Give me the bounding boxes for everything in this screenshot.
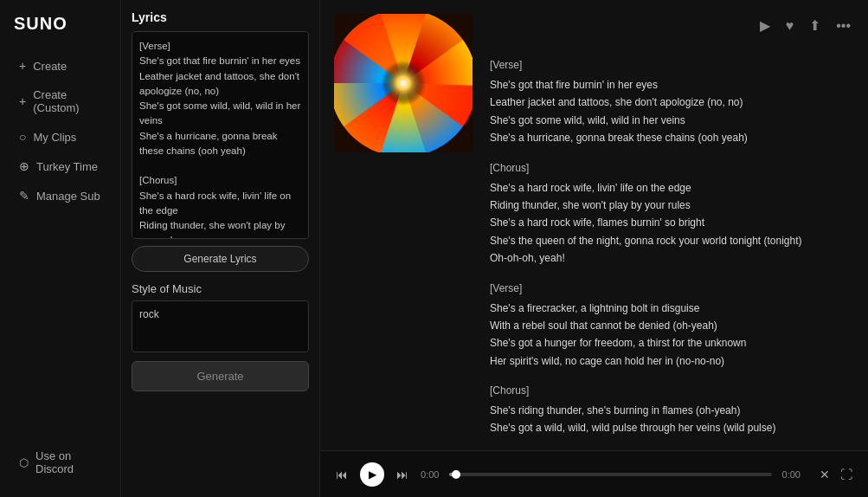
sidebar-item-label: Create (Custom) xyxy=(33,88,101,114)
sidebar-item-manage-sub[interactable]: ✎ Manage Sub xyxy=(5,182,115,210)
lyrics-line: She's the queen of the night, gonna rock… xyxy=(490,232,851,249)
clips-icon: ○ xyxy=(19,130,26,144)
plus-custom-icon: + xyxy=(19,94,26,108)
lyrics-line: She's a hard rock wife, livin' life on t… xyxy=(490,179,851,197)
song-right-column: ▶ ♥ ⬆ ••• [Verse]She's got that fire bur… xyxy=(490,14,854,436)
sidebar: SUNO + Create + Create (Custom) ○ My Cli… xyxy=(0,0,121,497)
song-left-column xyxy=(334,14,473,436)
skip-back-button[interactable]: ⏮ xyxy=(334,466,350,483)
discord-icon: ⬡ xyxy=(19,456,29,469)
lyrics-line: She's got some wild, wild, wild in her v… xyxy=(490,112,851,129)
lyrics-line: She's got a hunger for freedom, a thirst… xyxy=(490,334,851,352)
style-label: Style of Music xyxy=(132,282,309,295)
app-logo: SUNO xyxy=(0,14,120,51)
lyrics-line: With a rebel soul that cannot be denied … xyxy=(490,317,851,334)
heart-button[interactable]: ♥ xyxy=(782,14,798,37)
sidebar-item-create-custom[interactable]: + Create (Custom) xyxy=(5,81,115,121)
lyrics-section: [Verse]She's a firecracker, a lightning … xyxy=(490,280,851,371)
style-input[interactable]: rock xyxy=(132,300,309,352)
lyrics-line: She's a firecracker, a lightning bolt in… xyxy=(490,300,851,317)
lyrics-line: Leather jacket and tattoos, she don't ap… xyxy=(490,94,851,111)
lyrics-textarea[interactable]: [Verse] She's got that fire burnin' in h… xyxy=(132,31,309,239)
lyrics-line: She's got a wild, wild, wild pulse throu… xyxy=(490,419,851,436)
lyrics-editor-panel: Lyrics [Verse] She's got that fire burni… xyxy=(121,0,320,497)
action-buttons: ▶ ♥ ⬆ ••• xyxy=(490,14,854,37)
mute-button[interactable]: ✕ xyxy=(818,466,832,483)
progress-dot xyxy=(452,470,460,479)
current-time: 0:00 xyxy=(421,469,439,480)
expand-button[interactable]: ⛶ xyxy=(839,466,854,483)
skip-forward-button[interactable]: ⏭ xyxy=(395,466,410,483)
discord-label: Use on Discord xyxy=(35,449,101,475)
lyrics-line: Her spirit's wild, no cage can hold her … xyxy=(490,352,851,370)
progress-bar[interactable] xyxy=(449,473,771,476)
album-art-canvas xyxy=(334,14,473,152)
more-options-button[interactable]: ••• xyxy=(833,14,854,37)
lyrics-line: She's a hurricane, gonna break these cha… xyxy=(490,129,851,146)
song-content: ▶ ♥ ⬆ ••• [Verse]She's got that fire bur… xyxy=(320,0,868,450)
generate-button[interactable]: Generate xyxy=(132,361,309,391)
sidebar-item-label: Turkey Time xyxy=(36,160,98,173)
generate-lyrics-button[interactable]: Generate Lyrics xyxy=(132,246,309,272)
sidebar-item-turkey-time[interactable]: ⊕ Turkey Time xyxy=(5,152,115,180)
lyrics-line: She's a hard rock wife, flames burnin' s… xyxy=(490,214,851,231)
turkey-icon: ⊕ xyxy=(19,159,29,173)
sidebar-item-discord[interactable]: ⬡ Use on Discord xyxy=(5,442,115,482)
sidebar-item-label: My Clips xyxy=(33,131,76,144)
sidebar-item-create[interactable]: + Create xyxy=(5,52,115,80)
full-lyrics-text: [Verse]She's got that fire burnin' in he… xyxy=(490,56,851,436)
edit-icon: ✎ xyxy=(19,189,29,203)
lyrics-line: She's got that fire burnin' in her eyes xyxy=(490,76,851,94)
share-button[interactable]: ⬆ xyxy=(806,14,824,37)
player-right-controls: ✕ ⛶ xyxy=(818,466,854,483)
play-action-button[interactable]: ▶ xyxy=(756,14,774,37)
album-art xyxy=(334,14,473,152)
play-pause-button[interactable]: ▶ xyxy=(360,462,384,487)
sidebar-bottom: ⬡ Use on Discord xyxy=(0,442,120,483)
song-display-panel: ▶ ♥ ⬆ ••• [Verse]She's got that fire bur… xyxy=(320,0,868,497)
lyrics-line: She's riding thunder, she's burning in f… xyxy=(490,402,851,419)
lyrics-line: Oh-oh-oh, yeah! xyxy=(490,249,851,267)
lyrics-panel-title: Lyrics xyxy=(132,10,309,24)
lyrics-line: Riding thunder, she won't play by your r… xyxy=(490,197,851,214)
plus-icon: + xyxy=(19,59,26,73)
full-lyrics-panel: [Verse]She's got that fire burnin' in he… xyxy=(490,48,854,436)
lyrics-section: [Verse]She's got that fire burnin' in he… xyxy=(490,56,851,147)
sidebar-item-label: Create xyxy=(33,60,67,73)
player-bar: ⏮ ▶ ⏭ 0:00 0:00 ✕ ⛶ xyxy=(320,450,868,497)
main-content: Lyrics [Verse] She's got that fire burni… xyxy=(121,0,868,497)
total-time: 0:00 xyxy=(782,469,800,480)
lyrics-section: [Chorus]She's a hard rock wife, livin' l… xyxy=(490,159,851,268)
lyrics-section: [Chorus]She's riding thunder, she's burn… xyxy=(490,382,851,436)
sidebar-item-my-clips[interactable]: ○ My Clips xyxy=(5,123,115,151)
sidebar-item-label: Manage Sub xyxy=(36,190,100,203)
